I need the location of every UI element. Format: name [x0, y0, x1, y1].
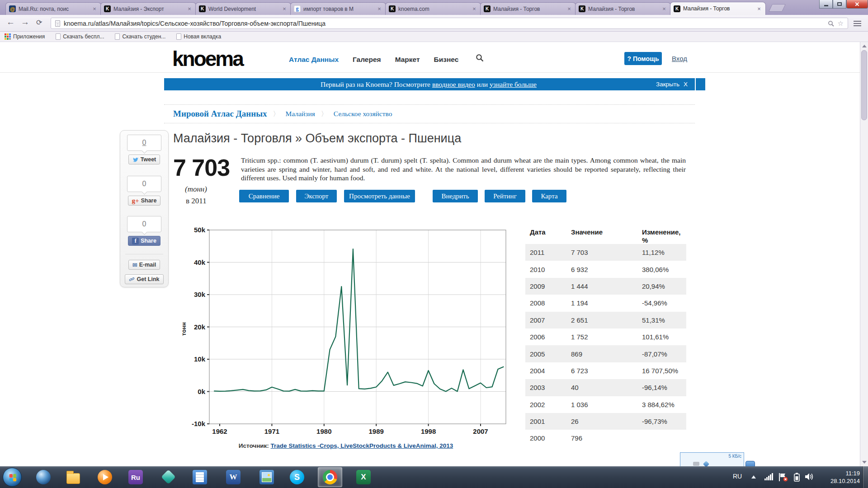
network-signal-icon[interactable]	[764, 473, 774, 480]
tab-6[interactable]: KМалайзия - Торгов×	[480, 2, 576, 15]
col-value: Значение	[571, 228, 642, 244]
cell-change: -87,07%	[642, 350, 686, 358]
table-row: 20117 70311,12%	[525, 244, 686, 261]
speed-text: 5 КБ/с	[728, 454, 741, 459]
nav-item-1[interactable]: Атлас Данных	[289, 56, 339, 64]
source-link[interactable]: Trade Statistics -Crops, LiveStockProduc…	[271, 442, 453, 449]
bookmark-4[interactable]: Новая вкладка	[176, 33, 221, 40]
minimize-button[interactable]	[819, 0, 833, 9]
scrollbar[interactable]	[860, 42, 868, 466]
close-window-button[interactable]: ✕	[846, 0, 868, 9]
new-tab-button[interactable]	[769, 4, 786, 12]
action-center-flag-icon[interactable]	[778, 473, 788, 482]
zoom-icon[interactable]	[828, 20, 834, 27]
taskbar-button-browser[interactable]	[31, 467, 56, 487]
taskbar-button-gem[interactable]	[156, 467, 181, 487]
show-desktop-button[interactable]	[863, 466, 868, 488]
taskbar-button-media-player[interactable]	[93, 467, 117, 487]
knoema-logo[interactable]: knoema	[172, 47, 243, 71]
tab-1[interactable]: @Mail.Ru: почта, поис×	[5, 2, 101, 15]
banner-more-link[interactable]: узнайте больше	[490, 80, 537, 89]
tab-7[interactable]: KМалайзия - Торгов×	[575, 2, 671, 15]
taskbar-button-excel[interactable]: X	[351, 467, 376, 487]
tab-8[interactable]: KМалайзия - Торгов×	[670, 2, 766, 15]
browser-toolbar: ← → ⟳ knoema.ru/atlas/Малайзия/topics/Се…	[0, 15, 868, 32]
login-link[interactable]: Вход	[672, 55, 687, 62]
social-share-widget: 0 Tweet 0 g+ Share 0 f Share	[120, 130, 169, 287]
embed-button[interactable]: Внедрить	[433, 190, 478, 202]
banner-edge	[696, 78, 705, 90]
indicator-description: Triticum spp.: common (T. aestivum) duru…	[241, 156, 686, 183]
start-button[interactable]	[3, 468, 22, 487]
search-icon[interactable]	[476, 54, 484, 62]
tab-5[interactable]: Kknoema.com×	[385, 2, 481, 15]
banner-close-button[interactable]: Закрыть X	[656, 81, 688, 88]
breadcrumb-country[interactable]: Малайзия	[286, 110, 315, 118]
taskbar-button-skype[interactable]: S	[285, 467, 309, 487]
tab-3[interactable]: KWorld Development×	[195, 2, 291, 15]
email-button[interactable]: ✉ E-mail	[128, 260, 160, 270]
facebook-share-button[interactable]: f Share	[128, 236, 160, 246]
address-bar[interactable]: knoema.ru/atlas/Малайзия/topics/Сельское…	[51, 18, 848, 29]
taskbar-button-folder[interactable]	[61, 467, 85, 487]
taskbar-button-word[interactable]: W	[221, 467, 245, 487]
language-indicator[interactable]: RU	[733, 473, 742, 480]
bookmark-star-icon[interactable]: ☆	[838, 19, 844, 28]
tab-close-icon[interactable]: ×	[91, 5, 98, 12]
tab-close-icon[interactable]: ×	[566, 5, 572, 12]
reload-button[interactable]: ⟳	[36, 18, 42, 27]
nav-item-4[interactable]: Бизнес	[434, 56, 459, 64]
banner-video-link[interactable]: вводное видео	[432, 80, 475, 89]
bookmark-1[interactable]: Приложения	[5, 33, 45, 40]
table-row: 20091 44420,94%	[525, 278, 686, 295]
tab-close-icon[interactable]: ×	[376, 5, 382, 12]
tab-close-icon[interactable]: ×	[661, 5, 667, 12]
maximize-button[interactable]	[833, 0, 846, 9]
taskbar-button-punto[interactable]: Ru	[123, 467, 148, 487]
help-button[interactable]: ? Помощь	[624, 52, 662, 65]
windows-flag-icon	[9, 474, 17, 482]
back-button[interactable]: ←	[6, 17, 15, 27]
tab-4[interactable]: gимпорт товаров в М×	[290, 2, 386, 15]
view-data-button[interactable]: Просмотреть данные	[344, 190, 415, 202]
battery-icon[interactable]	[794, 473, 800, 482]
taskbar-button-image-viewer[interactable]	[255, 467, 279, 487]
clock[interactable]: 11:19 28.10.2014	[823, 469, 860, 485]
tab-2[interactable]: KМалайзия - Экспорт×	[100, 2, 196, 15]
volume-icon[interactable]	[805, 473, 815, 481]
tab-close-icon[interactable]: ×	[186, 5, 193, 12]
bookmark-3[interactable]: Скачать студен...	[115, 33, 165, 40]
chrome-icon	[323, 470, 337, 484]
tray-expand-icon[interactable]	[751, 475, 756, 479]
nav-item-3[interactable]: Маркет	[395, 56, 420, 64]
taskbar-button-notepad[interactable]	[188, 467, 212, 487]
compare-button[interactable]: Сравнение	[239, 190, 289, 202]
tab-title: Малайзия - Экспорт	[113, 6, 184, 12]
gplus-share-button[interactable]: g+ Share	[128, 196, 161, 206]
breadcrumb-root[interactable]: Мировой Атлас Данных	[173, 109, 267, 119]
rating-button[interactable]: Рейтинг	[485, 190, 525, 202]
scroll-down-icon[interactable]	[862, 461, 867, 464]
scrollbar-thumb[interactable]	[861, 50, 867, 120]
cell-value: 40	[571, 384, 642, 391]
chevron-right-icon: 〉	[273, 110, 280, 118]
export-button[interactable]: Экспорт	[296, 190, 337, 202]
facebook-icon: f	[132, 238, 139, 244]
bookmark-2[interactable]: Скачать беспл...	[56, 33, 104, 40]
taskbar-button-chrome[interactable]	[318, 467, 342, 487]
tab-close-icon[interactable]: ×	[756, 5, 762, 12]
cell-change: 20,94%	[642, 282, 686, 290]
browser-menu-icon[interactable]	[854, 21, 861, 28]
scroll-up-icon[interactable]	[862, 45, 867, 47]
breadcrumb-topic[interactable]: Сельское хозяйство	[334, 110, 392, 118]
get-link-button[interactable]: Get Link	[125, 274, 163, 284]
nav-item-2[interactable]: Галерея	[353, 56, 381, 64]
window-controls: ✕	[819, 0, 868, 9]
map-button[interactable]: Карта	[532, 190, 566, 202]
tweet-button[interactable]: Tweet	[128, 155, 160, 164]
mailru-favicon: @	[9, 5, 16, 12]
data-table: Дата Значение Изменение, % 20117 70311,1…	[525, 226, 686, 447]
tab-close-icon[interactable]: ×	[281, 5, 288, 12]
tab-close-icon[interactable]: ×	[471, 5, 477, 12]
forward-button[interactable]: →	[21, 17, 29, 27]
